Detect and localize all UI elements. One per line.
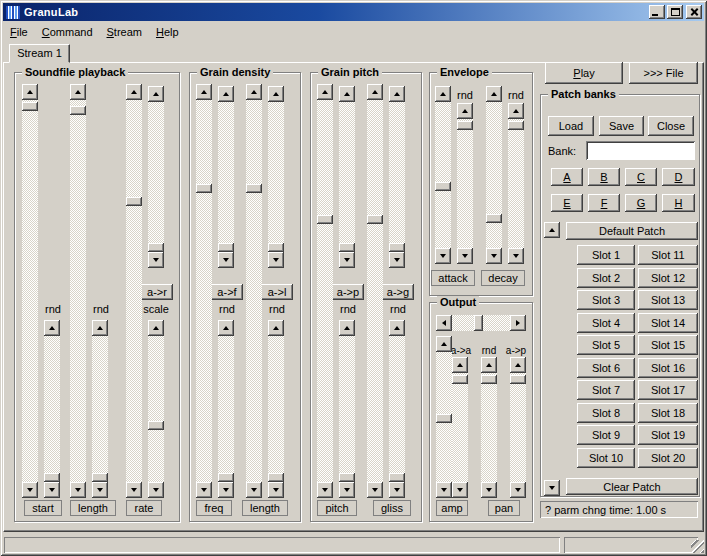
close-button[interactable]: Close	[648, 116, 694, 136]
slider-track[interactable]	[452, 315, 510, 331]
slider-track[interactable]	[148, 336, 164, 482]
render-to-file-button[interactable]: >>> File	[629, 62, 698, 84]
slider-out-pan[interactable]	[436, 315, 526, 331]
menu-file[interactable]: File	[3, 23, 35, 41]
slider-thumb[interactable]	[218, 473, 234, 482]
bank-g-button[interactable]: G	[625, 194, 657, 212]
window-close-button[interactable]	[686, 5, 702, 19]
scroll-up-button[interactable]	[22, 84, 38, 100]
slider-thumb[interactable]	[508, 121, 524, 130]
slider-sf-start-rnd[interactable]	[44, 320, 60, 498]
slider-thumb[interactable]	[317, 215, 333, 224]
scroll-down-button[interactable]	[457, 248, 473, 264]
slider-thumb[interactable]	[474, 315, 483, 331]
scroll-down-button[interactable]	[92, 482, 108, 498]
slider-track[interactable]	[148, 102, 164, 252]
patch-scroll-down-button[interactable]	[544, 480, 560, 496]
slider-thumb[interactable]	[367, 215, 383, 224]
scroll-right-button[interactable]	[510, 315, 526, 331]
slot-button[interactable]: Slot 7	[577, 380, 635, 400]
slider-out-rnd[interactable]	[481, 357, 497, 498]
slider-sf-length-rnd[interactable]	[92, 320, 108, 498]
scroll-up-button[interactable]	[268, 320, 284, 336]
slider-out-amp-main[interactable]	[436, 336, 452, 498]
slider-gp-gliss-rnd[interactable]	[389, 320, 405, 498]
scroll-up-button[interactable]	[218, 86, 234, 102]
slot-button[interactable]: Slot 19	[638, 425, 698, 445]
minimize-button[interactable]	[649, 5, 665, 19]
scroll-up-button[interactable]	[486, 86, 502, 102]
slider-out-pan-map[interactable]	[510, 357, 526, 498]
slot-button[interactable]: Slot 20	[638, 448, 698, 468]
slider-thumb[interactable]	[510, 375, 526, 384]
patch-scroll-up-button[interactable]	[544, 222, 560, 238]
slider-track[interactable]	[268, 336, 284, 482]
slot-button[interactable]: Slot 16	[638, 358, 698, 378]
scroll-down-button[interactable]	[389, 252, 405, 268]
slider-track[interactable]	[196, 100, 212, 482]
slider-sf-start-main[interactable]	[22, 84, 38, 498]
slider-env-decay-rnd[interactable]	[508, 103, 524, 264]
slider-sf-rate-map[interactable]	[148, 86, 164, 268]
slider-track[interactable]	[457, 119, 473, 248]
slider-gd-length-map[interactable]	[268, 86, 284, 268]
scroll-up-button[interactable]	[481, 357, 497, 373]
scroll-down-button[interactable]	[218, 252, 234, 268]
slider-out-amp-map[interactable]	[452, 357, 468, 498]
scroll-up-button[interactable]	[389, 86, 405, 102]
slider-thumb[interactable]	[481, 375, 497, 384]
scroll-down-button[interactable]	[268, 252, 284, 268]
slider-thumb[interactable]	[92, 473, 108, 482]
scroll-up-button[interactable]	[148, 320, 164, 336]
slider-thumb[interactable]	[435, 182, 451, 191]
resize-grip[interactable]	[691, 540, 704, 553]
slider-track[interactable]	[389, 102, 405, 252]
bank-h-button[interactable]: H	[662, 194, 695, 212]
slider-thumb[interactable]	[218, 243, 234, 252]
scroll-up-button[interactable]	[457, 103, 473, 119]
scroll-up-button[interactable]	[339, 320, 355, 336]
slider-gp-gliss-map[interactable]	[389, 86, 405, 268]
play-button[interactable]: Play	[545, 62, 623, 84]
slot-button[interactable]: Slot 12	[638, 268, 698, 288]
scroll-down-button[interactable]	[317, 482, 333, 498]
save-button[interactable]: Save	[599, 116, 644, 136]
slider-thumb[interactable]	[452, 375, 468, 384]
slot-button[interactable]: Slot 4	[577, 313, 635, 333]
slider-track[interactable]	[508, 119, 524, 248]
maximize-button[interactable]	[667, 5, 683, 19]
default-patch-button[interactable]: Default Patch	[566, 222, 698, 240]
scroll-up-button[interactable]	[317, 84, 333, 100]
slider-track[interactable]	[268, 102, 284, 252]
scroll-down-button[interactable]	[389, 482, 405, 498]
slider-thumb[interactable]	[486, 214, 502, 223]
slider-gd-freq-main[interactable]	[196, 84, 212, 498]
slider-track[interactable]	[367, 100, 383, 482]
slider-gp-gliss-main[interactable]	[367, 84, 383, 498]
scroll-down-button[interactable]	[508, 248, 524, 264]
slider-thumb[interactable]	[339, 473, 355, 482]
slider-track[interactable]	[481, 373, 497, 482]
slider-thumb[interactable]	[44, 473, 60, 482]
scroll-up-button[interactable]	[126, 84, 142, 100]
slider-gd-freq-rnd[interactable]	[218, 320, 234, 498]
slider-track[interactable]	[339, 102, 355, 252]
slider-thumb[interactable]	[268, 243, 284, 252]
slot-button[interactable]: Slot 9	[577, 425, 635, 445]
scroll-down-button[interactable]	[22, 482, 38, 498]
slot-button[interactable]: Slot 17	[638, 380, 698, 400]
slider-gd-length-rnd[interactable]	[268, 320, 284, 498]
scroll-up-button[interactable]	[435, 86, 451, 102]
scroll-up-button[interactable]	[92, 320, 108, 336]
scroll-down-button[interactable]	[339, 482, 355, 498]
slider-thumb[interactable]	[148, 421, 164, 430]
scroll-down-button[interactable]	[246, 482, 262, 498]
slot-button[interactable]: Slot 15	[638, 335, 698, 355]
slider-thumb[interactable]	[196, 184, 212, 193]
slot-button[interactable]: Slot 2	[577, 268, 635, 288]
load-button[interactable]: Load	[548, 116, 594, 136]
slider-gd-length-main[interactable]	[246, 84, 262, 498]
scroll-left-button[interactable]	[436, 315, 452, 331]
scroll-down-button[interactable]	[367, 482, 383, 498]
scroll-up-button[interactable]	[148, 86, 164, 102]
